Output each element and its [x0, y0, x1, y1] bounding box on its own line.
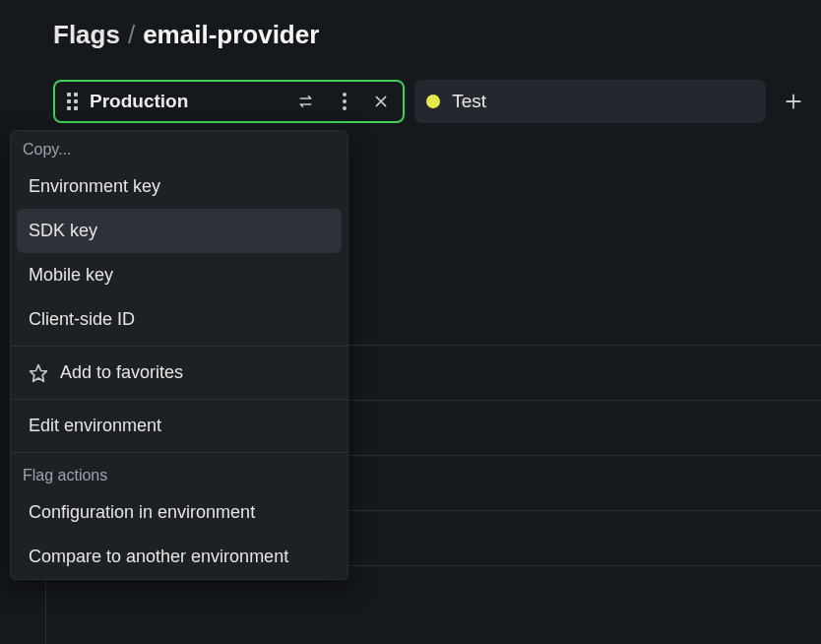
dropdown-divider: [11, 452, 347, 453]
dropdown-section-flag-actions: Flag actions: [11, 457, 347, 490]
dropdown-item-env-key[interactable]: Environment key: [11, 164, 347, 209]
status-dot-icon: [426, 95, 440, 108]
env-tab-left: Production: [67, 91, 188, 112]
breadcrumb: Flags / email-provider: [0, 0, 821, 50]
swap-icon[interactable]: [298, 93, 316, 110]
environment-tabs: Production Test: [0, 50, 821, 123]
dropdown-item-config-env[interactable]: Configuration in environment: [11, 490, 347, 535]
more-icon[interactable]: [338, 93, 351, 110]
dropdown-item-client-side-id[interactable]: Client-side ID: [11, 297, 347, 342]
env-tab-actions: [298, 93, 389, 110]
dropdown-item-mobile-key[interactable]: Mobile key: [11, 253, 347, 297]
environment-dropdown-menu: Copy... Environment key SDK key Mobile k…: [10, 130, 348, 580]
dropdown-item-compare-env[interactable]: Compare to another environment: [11, 535, 347, 579]
close-icon[interactable]: [373, 94, 389, 109]
dropdown-item-label: Add to favorites: [60, 362, 183, 383]
breadcrumb-separator: /: [128, 20, 135, 50]
dropdown-divider: [11, 399, 347, 400]
dropdown-item-edit-env[interactable]: Edit environment: [11, 404, 347, 448]
breadcrumb-root[interactable]: Flags: [53, 20, 120, 50]
env-tab-left: Test: [426, 91, 486, 112]
breadcrumb-current: email-provider: [143, 20, 319, 50]
env-tab-test[interactable]: Test: [414, 80, 766, 123]
star-icon: [29, 363, 48, 383]
dropdown-item-favorites[interactable]: Add to favorites: [11, 351, 347, 395]
drag-handle-icon[interactable]: [67, 93, 78, 110]
dropdown-item-sdk-key[interactable]: SDK key: [17, 209, 342, 253]
env-tab-label: Test: [452, 91, 486, 112]
env-tab-production[interactable]: Production: [53, 80, 405, 123]
dropdown-divider: [11, 346, 347, 347]
dropdown-section-copy: Copy...: [11, 131, 347, 164]
plus-icon: [784, 92, 803, 111]
env-tab-label: Production: [90, 91, 188, 112]
add-environment-button[interactable]: [776, 84, 811, 119]
svg-marker-0: [31, 364, 47, 381]
